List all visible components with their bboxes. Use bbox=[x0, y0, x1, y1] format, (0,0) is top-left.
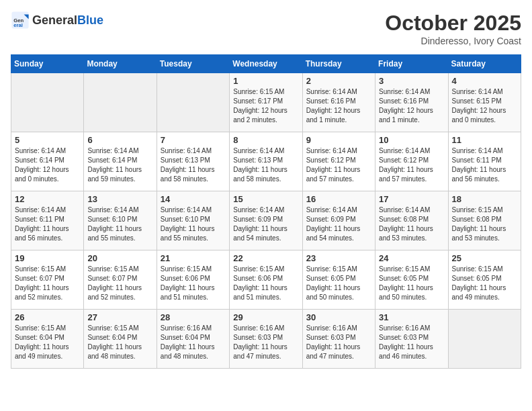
day-number: 7 bbox=[161, 135, 226, 145]
calendar-cell bbox=[157, 73, 229, 132]
day-number: 25 bbox=[452, 253, 517, 263]
day-info: Sunrise: 6:14 AM Sunset: 6:08 PM Dayligh… bbox=[379, 205, 444, 243]
calendar-cell: 17Sunrise: 6:14 AM Sunset: 6:08 PM Dayli… bbox=[375, 191, 448, 250]
calendar-week-row: 5Sunrise: 6:14 AM Sunset: 6:14 PM Daylig… bbox=[11, 132, 521, 191]
day-number: 12 bbox=[15, 194, 80, 204]
logo-text: GeneralBlue bbox=[32, 13, 103, 28]
calendar-cell: 7Sunrise: 6:14 AM Sunset: 6:13 PM Daylig… bbox=[157, 132, 229, 191]
day-number: 8 bbox=[233, 135, 298, 145]
logo-icon: Gen eral bbox=[11, 11, 30, 30]
logo: Gen eral GeneralBlue bbox=[11, 11, 103, 30]
calendar-cell: 25Sunrise: 6:15 AM Sunset: 6:05 PM Dayli… bbox=[448, 250, 521, 310]
calendar-cell: 28Sunrise: 6:16 AM Sunset: 6:04 PM Dayli… bbox=[157, 310, 229, 369]
day-info: Sunrise: 6:14 AM Sunset: 6:15 PM Dayligh… bbox=[452, 87, 517, 125]
day-number: 15 bbox=[233, 194, 298, 204]
day-info: Sunrise: 6:14 AM Sunset: 6:16 PM Dayligh… bbox=[306, 87, 371, 125]
day-info: Sunrise: 6:15 AM Sunset: 6:05 PM Dayligh… bbox=[379, 265, 444, 302]
day-number: 4 bbox=[452, 76, 517, 86]
calendar-cell: 15Sunrise: 6:14 AM Sunset: 6:09 PM Dayli… bbox=[230, 191, 302, 250]
day-info: Sunrise: 6:16 AM Sunset: 6:03 PM Dayligh… bbox=[306, 324, 371, 361]
day-number: 31 bbox=[379, 312, 444, 322]
day-number: 23 bbox=[306, 253, 371, 263]
calendar-cell: 12Sunrise: 6:14 AM Sunset: 6:11 PM Dayli… bbox=[11, 191, 84, 250]
calendar-cell: 19Sunrise: 6:15 AM Sunset: 6:07 PM Dayli… bbox=[11, 250, 84, 310]
day-number: 2 bbox=[306, 76, 371, 86]
day-info: Sunrise: 6:14 AM Sunset: 6:14 PM Dayligh… bbox=[15, 146, 80, 184]
day-info: Sunrise: 6:15 AM Sunset: 6:07 PM Dayligh… bbox=[15, 265, 80, 302]
day-info: Sunrise: 6:16 AM Sunset: 6:03 PM Dayligh… bbox=[379, 324, 444, 361]
location-subtitle: Dinderesso, Ivory Coast bbox=[385, 36, 521, 46]
day-number: 16 bbox=[306, 194, 371, 204]
calendar-cell: 29Sunrise: 6:16 AM Sunset: 6:03 PM Dayli… bbox=[230, 310, 302, 369]
day-info: Sunrise: 6:14 AM Sunset: 6:09 PM Dayligh… bbox=[306, 205, 371, 243]
calendar-cell: 27Sunrise: 6:15 AM Sunset: 6:04 PM Dayli… bbox=[84, 310, 157, 369]
day-number: 11 bbox=[452, 135, 517, 145]
day-info: Sunrise: 6:14 AM Sunset: 6:11 PM Dayligh… bbox=[15, 205, 80, 243]
calendar-cell: 13Sunrise: 6:14 AM Sunset: 6:10 PM Dayli… bbox=[84, 191, 157, 250]
day-number: 21 bbox=[161, 253, 226, 263]
day-info: Sunrise: 6:15 AM Sunset: 6:04 PM Dayligh… bbox=[87, 324, 152, 361]
day-info: Sunrise: 6:15 AM Sunset: 6:06 PM Dayligh… bbox=[233, 265, 298, 302]
day-number: 30 bbox=[306, 312, 371, 322]
day-number: 27 bbox=[87, 312, 152, 322]
calendar-cell: 4Sunrise: 6:14 AM Sunset: 6:15 PM Daylig… bbox=[448, 73, 521, 132]
calendar-cell: 23Sunrise: 6:15 AM Sunset: 6:05 PM Dayli… bbox=[302, 250, 375, 310]
day-info: Sunrise: 6:14 AM Sunset: 6:13 PM Dayligh… bbox=[161, 146, 226, 184]
day-info: Sunrise: 6:14 AM Sunset: 6:10 PM Dayligh… bbox=[161, 205, 226, 243]
weekday-header: Wednesday bbox=[230, 55, 302, 73]
calendar-week-row: 12Sunrise: 6:14 AM Sunset: 6:11 PM Dayli… bbox=[11, 191, 521, 250]
calendar-cell: 14Sunrise: 6:14 AM Sunset: 6:10 PM Dayli… bbox=[157, 191, 229, 250]
day-info: Sunrise: 6:14 AM Sunset: 6:14 PM Dayligh… bbox=[87, 146, 152, 184]
calendar-cell: 2Sunrise: 6:14 AM Sunset: 6:16 PM Daylig… bbox=[302, 73, 375, 132]
calendar-cell: 5Sunrise: 6:14 AM Sunset: 6:14 PM Daylig… bbox=[11, 132, 84, 191]
calendar-cell: 20Sunrise: 6:15 AM Sunset: 6:07 PM Dayli… bbox=[84, 250, 157, 310]
day-info: Sunrise: 6:15 AM Sunset: 6:06 PM Dayligh… bbox=[161, 265, 226, 302]
weekday-header: Friday bbox=[375, 55, 448, 73]
day-info: Sunrise: 6:14 AM Sunset: 6:13 PM Dayligh… bbox=[233, 146, 298, 184]
calendar-table: SundayMondayTuesdayWednesdayThursdayFrid… bbox=[11, 54, 521, 369]
calendar-cell: 26Sunrise: 6:15 AM Sunset: 6:04 PM Dayli… bbox=[11, 310, 84, 369]
day-info: Sunrise: 6:14 AM Sunset: 6:16 PM Dayligh… bbox=[379, 87, 444, 125]
day-number: 18 bbox=[452, 194, 517, 204]
day-number: 9 bbox=[306, 135, 371, 145]
day-number: 17 bbox=[379, 194, 444, 204]
calendar-week-row: 19Sunrise: 6:15 AM Sunset: 6:07 PM Dayli… bbox=[11, 250, 521, 310]
calendar-cell: 9Sunrise: 6:14 AM Sunset: 6:12 PM Daylig… bbox=[302, 132, 375, 191]
weekday-header-row: SundayMondayTuesdayWednesdayThursdayFrid… bbox=[11, 55, 521, 73]
day-number: 14 bbox=[161, 194, 226, 204]
calendar-cell: 31Sunrise: 6:16 AM Sunset: 6:03 PM Dayli… bbox=[375, 310, 448, 369]
svg-text:eral: eral bbox=[13, 22, 23, 28]
page-header: Gen eral GeneralBlue October 2025 Dinder… bbox=[11, 11, 521, 46]
day-number: 20 bbox=[87, 253, 152, 263]
weekday-header: Thursday bbox=[302, 55, 375, 73]
day-number: 19 bbox=[15, 253, 80, 263]
day-info: Sunrise: 6:14 AM Sunset: 6:12 PM Dayligh… bbox=[379, 146, 444, 184]
day-number: 29 bbox=[233, 312, 298, 322]
calendar-cell bbox=[11, 73, 84, 132]
weekday-header: Sunday bbox=[11, 55, 84, 73]
calendar-cell: 18Sunrise: 6:15 AM Sunset: 6:08 PM Dayli… bbox=[448, 191, 521, 250]
calendar-cell: 22Sunrise: 6:15 AM Sunset: 6:06 PM Dayli… bbox=[230, 250, 302, 310]
title-block: October 2025 Dinderesso, Ivory Coast bbox=[385, 11, 521, 46]
calendar-cell: 16Sunrise: 6:14 AM Sunset: 6:09 PM Dayli… bbox=[302, 191, 375, 250]
calendar-cell: 10Sunrise: 6:14 AM Sunset: 6:12 PM Dayli… bbox=[375, 132, 448, 191]
day-info: Sunrise: 6:15 AM Sunset: 6:05 PM Dayligh… bbox=[306, 265, 371, 302]
calendar-cell bbox=[448, 310, 521, 369]
calendar-week-row: 1Sunrise: 6:15 AM Sunset: 6:17 PM Daylig… bbox=[11, 73, 521, 132]
day-info: Sunrise: 6:15 AM Sunset: 6:17 PM Dayligh… bbox=[233, 87, 298, 125]
day-number: 5 bbox=[15, 135, 80, 145]
day-info: Sunrise: 6:14 AM Sunset: 6:09 PM Dayligh… bbox=[233, 205, 298, 243]
day-info: Sunrise: 6:15 AM Sunset: 6:05 PM Dayligh… bbox=[452, 265, 517, 302]
day-number: 22 bbox=[233, 253, 298, 263]
calendar-cell: 8Sunrise: 6:14 AM Sunset: 6:13 PM Daylig… bbox=[230, 132, 302, 191]
calendar-cell bbox=[84, 73, 157, 132]
calendar-cell: 6Sunrise: 6:14 AM Sunset: 6:14 PM Daylig… bbox=[84, 132, 157, 191]
day-info: Sunrise: 6:14 AM Sunset: 6:12 PM Dayligh… bbox=[306, 146, 371, 184]
month-title: October 2025 bbox=[385, 11, 521, 36]
day-number: 3 bbox=[379, 76, 444, 86]
day-number: 26 bbox=[15, 312, 80, 322]
calendar-cell: 21Sunrise: 6:15 AM Sunset: 6:06 PM Dayli… bbox=[157, 250, 229, 310]
calendar-cell: 3Sunrise: 6:14 AM Sunset: 6:16 PM Daylig… bbox=[375, 73, 448, 132]
calendar-cell: 11Sunrise: 6:14 AM Sunset: 6:11 PM Dayli… bbox=[448, 132, 521, 191]
day-info: Sunrise: 6:15 AM Sunset: 6:04 PM Dayligh… bbox=[15, 324, 80, 361]
